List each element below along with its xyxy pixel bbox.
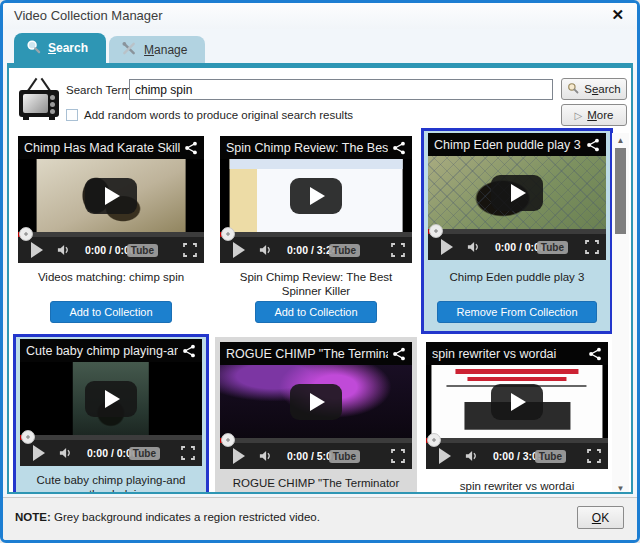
player-play-icon[interactable]	[31, 242, 43, 258]
scrubber-knob[interactable]	[427, 433, 441, 447]
progress-bar[interactable]	[220, 232, 412, 237]
video-title[interactable]: Cute baby chimp playing-and mother helpi…	[26, 344, 178, 358]
search-button[interactable]: Search	[561, 78, 627, 100]
search-tab-page: Search Term: Search ▷ More Add random wo…	[7, 63, 633, 494]
volume-icon[interactable]	[57, 243, 73, 257]
video-caption: ROGUE CHIMP "The Terminator theme" Hallo…	[220, 476, 412, 494]
share-icon[interactable]	[588, 347, 602, 361]
player-play-icon[interactable]	[33, 445, 45, 461]
random-words-checkbox[interactable]	[66, 109, 78, 121]
youtube-logo[interactable]: Tube	[127, 244, 158, 257]
note-prefix: NOTE:	[15, 511, 51, 523]
player-play-icon[interactable]	[233, 242, 245, 258]
video-thumbnail[interactable]	[220, 159, 412, 232]
volume-icon[interactable]	[467, 240, 483, 254]
share-icon[interactable]	[392, 347, 406, 361]
video-title[interactable]: Chimp Has Mad Karate Skills	[24, 141, 180, 155]
fullscreen-icon[interactable]	[181, 446, 195, 460]
play-button[interactable]	[290, 178, 342, 214]
youtube-logo[interactable]: Tube	[329, 450, 360, 463]
video-player: ROGUE CHIMP "The Terminator theme" Hallo…	[220, 342, 412, 469]
television-icon	[19, 78, 65, 120]
video-caption: Cute baby chimp playing-and mother helpi…	[20, 473, 202, 494]
scrollbar-thumb[interactable]	[615, 148, 626, 234]
scrubber-knob[interactable]	[19, 227, 33, 241]
video-thumbnail[interactable]	[426, 365, 608, 438]
play-button[interactable]	[491, 175, 543, 211]
title-bar: Video Collection Manager ✕	[3, 3, 637, 29]
player-controls: 0:00 / 5:07 Tube	[220, 443, 412, 469]
fullscreen-icon[interactable]	[391, 449, 405, 463]
scrubber-knob[interactable]	[221, 227, 235, 241]
scroll-up-icon[interactable]: ▲	[612, 133, 629, 147]
ok-button[interactable]: OK	[577, 506, 624, 529]
close-icon[interactable]: ✕	[611, 7, 624, 23]
restriction-note: NOTE: Grey background indicates a region…	[15, 511, 320, 523]
video-title-overlay: spin rewriter vs wordai	[426, 342, 608, 365]
video-thumbnail[interactable]	[20, 362, 202, 435]
add-to-collection-button[interactable]: Add to Collection	[255, 301, 376, 323]
fullscreen-icon[interactable]	[587, 449, 601, 463]
scroll-down-icon[interactable]: ▼	[612, 481, 629, 494]
share-icon[interactable]	[392, 141, 406, 155]
share-icon[interactable]	[182, 344, 196, 358]
play-button[interactable]	[85, 381, 137, 417]
progress-bar[interactable]	[20, 435, 202, 440]
video-title[interactable]: ROGUE CHIMP "The Terminator theme" Hallo…	[226, 347, 388, 361]
volume-icon[interactable]	[59, 446, 75, 460]
video-title[interactable]: Spin Chimp Review: The Best Spinner Kill…	[226, 141, 388, 155]
scrubber-knob[interactable]	[21, 430, 35, 444]
remove-from-collection-button[interactable]: Remove From Collection	[437, 301, 596, 323]
volume-icon[interactable]	[465, 449, 481, 463]
video-thumbnail[interactable]	[18, 159, 204, 232]
tab-manage[interactable]: Manage	[109, 36, 205, 63]
fullscreen-icon[interactable]	[585, 240, 599, 254]
note-text: Grey background indicates a region restr…	[51, 511, 320, 523]
tools-icon	[121, 41, 137, 59]
play-arrow-icon: ▷	[575, 110, 583, 121]
video-player: Cute baby chimp playing-and mother helpi…	[20, 339, 202, 466]
play-button[interactable]	[290, 384, 342, 420]
youtube-logo[interactable]: Tube	[535, 450, 566, 463]
youtube-logo[interactable]: Tube	[129, 447, 160, 460]
player-controls: 0:00 / 0:08 Tube	[428, 234, 606, 260]
scrubber-knob[interactable]	[221, 433, 235, 447]
player-controls: 0:00 / 3:05 Tube	[426, 443, 608, 469]
random-words-label: Add random words to produce original sea…	[84, 109, 353, 121]
progress-bar[interactable]	[426, 438, 608, 443]
more-button[interactable]: ▷ More	[561, 104, 627, 126]
video-title[interactable]: Chimp Eden puddle play 3	[434, 138, 582, 152]
video-card-region-restricted: ROGUE CHIMP "The Terminator theme" Hallo…	[215, 337, 417, 494]
progress-bar[interactable]	[220, 438, 412, 443]
vertical-scrollbar[interactable]: ▲ ▼	[612, 133, 629, 494]
video-card: Spin Chimp Review: The Best Spinner Kill…	[215, 131, 417, 331]
video-card-in-collection: Chimp Eden puddle play 3 0:00 / 0:08 Tub…	[421, 128, 613, 334]
search-input[interactable]	[129, 79, 553, 100]
player-play-icon[interactable]	[441, 239, 453, 255]
magnifier-icon	[567, 82, 579, 96]
play-button[interactable]	[85, 178, 137, 214]
youtube-logo[interactable]: Tube	[537, 241, 568, 254]
player-play-icon[interactable]	[439, 448, 451, 464]
progress-bar[interactable]	[428, 229, 606, 234]
video-title[interactable]: spin rewriter vs wordai	[432, 347, 584, 361]
volume-icon[interactable]	[259, 449, 275, 463]
scrubber-knob[interactable]	[429, 224, 443, 238]
tab-strip: Search Manage	[3, 29, 637, 63]
volume-icon[interactable]	[259, 243, 275, 257]
video-caption: Spin Chimp Review: The Best Spinner Kill…	[220, 270, 412, 298]
play-button[interactable]	[491, 384, 543, 420]
fullscreen-icon[interactable]	[183, 243, 197, 257]
add-to-collection-button[interactable]: Add to Collection	[50, 301, 171, 323]
tab-search[interactable]: Search	[14, 33, 106, 63]
progress-bar[interactable]	[18, 232, 204, 237]
fullscreen-icon[interactable]	[391, 243, 405, 257]
player-play-icon[interactable]	[233, 448, 245, 464]
youtube-logo[interactable]: Tube	[329, 244, 360, 257]
video-title-overlay: Chimp Has Mad Karate Skills	[18, 136, 204, 159]
dialog-window: Video Collection Manager ✕ Search Manage…	[0, 0, 640, 543]
video-thumbnail[interactable]	[428, 156, 606, 229]
video-thumbnail[interactable]	[220, 365, 412, 438]
share-icon[interactable]	[184, 141, 198, 155]
share-icon[interactable]	[586, 138, 600, 152]
